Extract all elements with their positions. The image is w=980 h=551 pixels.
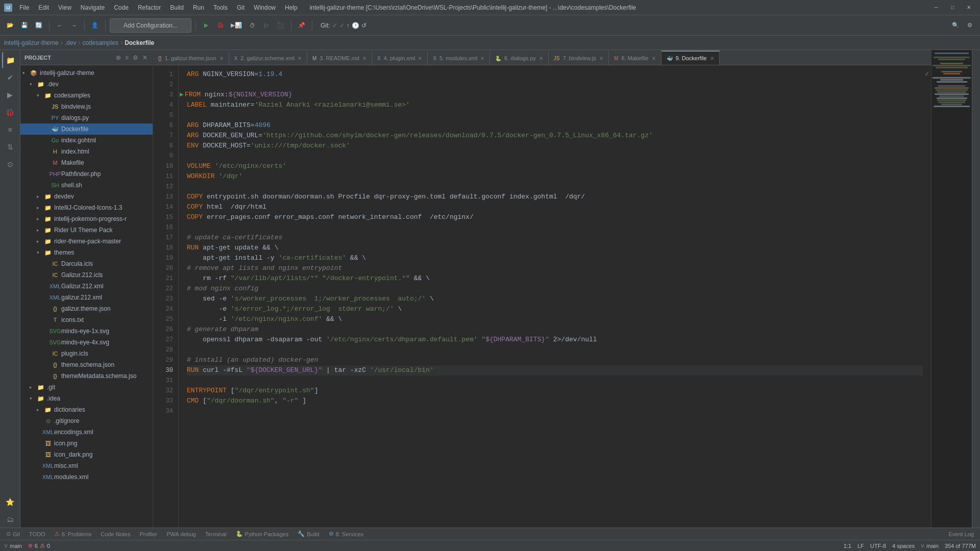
menu-file[interactable]: File [15, 3, 33, 13]
tab-galizur-theme-json[interactable]: {} 1. galizur.theme.json ✕ [153, 51, 229, 65]
tab-close-1[interactable]: ✕ [219, 56, 224, 61]
tab-close-5[interactable]: ✕ [480, 56, 484, 61]
tree-item-encodings[interactable]: XML encodings.xml [20, 427, 153, 438]
tree-item-misc-xml[interactable]: XML misc.xml [20, 460, 153, 471]
tab-close-8[interactable]: ✕ [652, 56, 656, 61]
toolbar-back-btn[interactable]: ← [54, 18, 66, 33]
menu-help[interactable]: Help [281, 3, 302, 13]
toolbar-run-btn[interactable]: ▶ [200, 18, 212, 33]
activity-git-icon[interactable]: ⊙ [2, 156, 18, 172]
tree-item-html[interactable]: H index.html [20, 146, 153, 157]
panel-icon-collapse[interactable]: ≡ [124, 53, 130, 62]
activity-plugins-icon[interactable]: ⇅ [2, 139, 18, 155]
tab-close-6[interactable]: ✕ [539, 56, 543, 61]
tree-item-dev[interactable]: ▾ 📁 .dev [20, 79, 153, 90]
tab-python-packages[interactable]: 🐍 Python Packages [232, 529, 293, 540]
close-button[interactable]: ✕ [962, 3, 976, 13]
tree-item-themes[interactable]: ▾ 📁 themes [20, 247, 153, 258]
panel-icon-settings[interactable]: ⚙ [132, 53, 139, 62]
tree-item-pokemon[interactable]: ▸ 📁 intellij-pokemon-progress-r [20, 213, 153, 224]
status-problems-count[interactable]: ⊗ 6 ⚠ 0 [28, 542, 50, 549]
menu-run[interactable]: Run [189, 3, 208, 13]
tab-event-log[interactable]: Event Log [944, 529, 978, 540]
tree-item-icons-txt[interactable]: T icons.txt [20, 314, 153, 325]
breadcrumb-item-dev[interactable]: .dev [65, 39, 77, 46]
status-position[interactable]: 1:1 [844, 543, 851, 549]
breadcrumb-item-dockerfile[interactable]: Dockerfile [125, 39, 154, 46]
status-git-branch[interactable]: ⑂ main [4, 543, 22, 549]
tree-item-gitignore[interactable]: ⊙ .gitignore [20, 415, 153, 427]
toolbar-debug-btn[interactable]: 🐞 [214, 18, 227, 33]
toolbar-save-btn[interactable]: 💾 [18, 18, 31, 33]
tab-close-4[interactable]: ✕ [418, 56, 422, 61]
status-branch-name[interactable]: ⑂ main [921, 543, 939, 549]
toolbar-run-alt-btn[interactable]: ▷ [260, 18, 273, 33]
maximize-button[interactable]: □ [945, 3, 960, 13]
tab-close-7[interactable]: ✕ [599, 56, 603, 61]
tree-item-minds-1x[interactable]: SVG minds-eye-1x.svg [20, 325, 153, 337]
toolbar-user-btn[interactable]: 👤 [89, 18, 101, 33]
minimize-button[interactable]: ─ [929, 3, 943, 13]
tree-item-galizur-theme-json[interactable]: {} galizur.theme.json [20, 303, 153, 314]
menu-edit[interactable]: Edit [34, 3, 53, 13]
tab-todo[interactable]: TODO [25, 529, 50, 540]
menu-tools[interactable]: Tools [209, 3, 232, 13]
tab-services[interactable]: ⚙ 8: Services [325, 529, 368, 540]
tree-item-plugin-icls[interactable]: IC plugin.icls [20, 348, 153, 359]
toolbar-search-btn[interactable]: 🔍 [949, 18, 962, 33]
menu-code[interactable]: Code [110, 3, 133, 13]
activity-registry-icon[interactable]: 🗂 [2, 511, 18, 528]
tab-pwa-debug[interactable]: PWA debug [162, 529, 200, 540]
tab-profiler[interactable]: Profiler [135, 529, 161, 540]
status-encoding[interactable]: UTF-8 [870, 543, 886, 549]
tab-galizur-scheme-xml[interactable]: X 2. galizur.scheme.xml ✕ [229, 51, 307, 65]
breadcrumb-item-root[interactable]: intellij-galizur-theme [4, 39, 59, 46]
tree-item-theme-schema[interactable]: {} theme.schema.json [20, 359, 153, 370]
tab-git[interactable]: ⊙ Git [2, 529, 24, 540]
menu-build[interactable]: Build [166, 3, 188, 13]
status-memory[interactable]: 354 of 777M [945, 543, 976, 549]
tree-item-idea[interactable]: ▾ 📁 .idea [20, 393, 153, 404]
tree-item-shell[interactable]: SH shell.sh [20, 180, 153, 191]
toolbar-run-coverage-btn[interactable]: ▶📊 [229, 18, 244, 33]
tab-problems[interactable]: ⚠ 6: Problems [51, 529, 96, 540]
tab-close-2[interactable]: ✕ [298, 56, 302, 61]
code-content[interactable]: ARG NGINX_VERSION=1.19.4 ▶FROM nginx:${N… [179, 65, 923, 528]
tree-item-galizur-212-xml[interactable]: XML galizur.212.xml [20, 292, 153, 303]
tree-item-minds-4x[interactable]: SVG minds-eye-4x.svg [20, 337, 153, 348]
menu-git[interactable]: Git [233, 3, 249, 13]
tree-item-codesamples[interactable]: ▾ 📁 codesamples [20, 90, 153, 101]
tab-build[interactable]: 🔧 Build [293, 529, 323, 540]
tree-item-dockerfile[interactable]: 🐳 Dockerfile [20, 123, 153, 135]
tree-item-git[interactable]: ▸ 📁 .git [20, 382, 153, 393]
tree-item-gohtml[interactable]: Go index.gohtml [20, 135, 153, 146]
activity-project-icon[interactable]: 📁 [2, 52, 18, 68]
breadcrumb-item-codesamples[interactable]: codesamples [82, 39, 118, 46]
menu-view[interactable]: View [54, 3, 76, 13]
tree-item-pathfinder[interactable]: PHP Pathfinder.php [20, 168, 153, 180]
tree-item-galizur-icls[interactable]: IC Galizur.212.icls [20, 269, 153, 281]
tree-item-devdev[interactable]: ▸ 📁 devdev [20, 191, 153, 202]
toolbar-settings-btn[interactable]: ⚙ [964, 18, 976, 33]
tab-readme[interactable]: M 3. README.md ✕ [307, 51, 372, 65]
tree-item-icon-png[interactable]: 🖼 icon.png [20, 438, 153, 449]
tree-item-galizur-xml[interactable]: XML Galizur.212.xml [20, 281, 153, 292]
add-configuration-button[interactable]: Add Configuration... [110, 18, 191, 33]
menu-refactor[interactable]: Refactor [134, 3, 165, 13]
tab-close-3[interactable]: ✕ [362, 56, 366, 61]
activity-debug-icon[interactable]: 🐞 [2, 104, 18, 120]
tab-modules-xml[interactable]: X 5. modules.xml ✕ [428, 51, 490, 65]
tree-item-bindview[interactable]: JS bindview.js [20, 101, 153, 112]
tree-item-darcula[interactable]: IC Darcula.icls [20, 258, 153, 269]
tree-item-icon-dark[interactable]: 🖼 icon_dark.png [20, 449, 153, 460]
tab-terminal[interactable]: Terminal [201, 529, 231, 540]
panel-icon-close[interactable]: ✕ [141, 53, 149, 62]
tree-item-makefile[interactable]: M Makefile [20, 157, 153, 168]
tab-makefile[interactable]: M 8. Makefile ✕ [609, 51, 662, 65]
activity-favorites-icon[interactable]: ⭐ [2, 494, 18, 510]
tab-close-9[interactable]: ✕ [710, 56, 714, 61]
activity-commit-icon[interactable]: ✔ [2, 69, 18, 86]
tree-item-rider-pack[interactable]: ▸ 📁 rider-theme-pack-master [20, 236, 153, 247]
toolbar-sync-btn[interactable]: 🔄 [33, 18, 45, 33]
toolbar-open-btn[interactable]: 📂 [4, 18, 16, 33]
